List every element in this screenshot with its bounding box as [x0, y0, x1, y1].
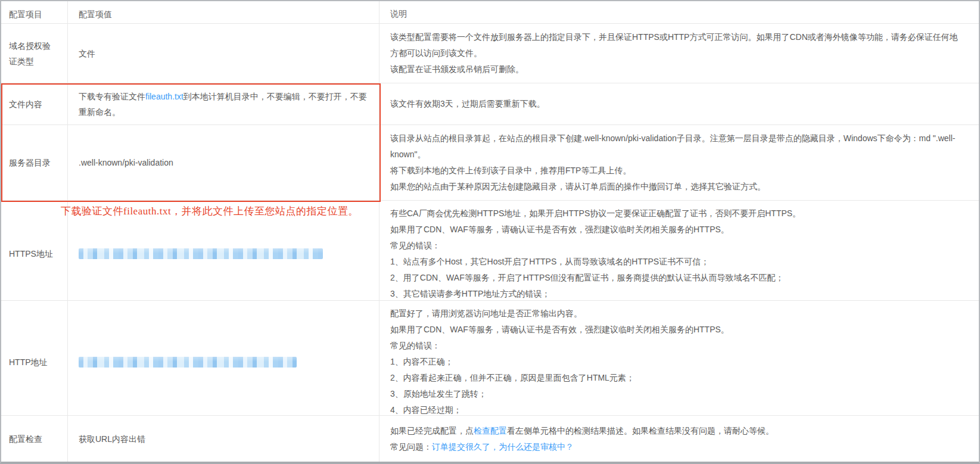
http-address-label: HTTP地址 [1, 301, 68, 423]
server-directory-value: .well-known/pki-validation [68, 125, 379, 200]
description-line: 如果您的站点由于某种原因无法创建隐藏目录，请从订单后面的操作中撤回订单，选择其它… [390, 179, 966, 195]
file-content-label: 文件内容 [1, 83, 68, 124]
desc-text-post: 看左侧单元格中的检测结果描述。如果检查结果没有问题，请耐心等候。 [507, 426, 774, 435]
table-row-file-content: 文件内容 下载专有验证文件fileauth.txt到本地计算机目录中，不要编辑，… [1, 83, 979, 125]
description-line: 该文件有效期3天，过期后需要重新下载。 [390, 96, 966, 112]
value-text-pre: 下载专有验证文件 [79, 92, 145, 101]
validation-config-table: 配置项目 配置项值 说明 域名授权验证类型 文件 该类型配置需要将一个文件放到服… [1, 1, 979, 462]
redacted-https-url[interactable] [79, 248, 323, 259]
description-line: 1、站点有多个Host，其它Host开启了HTTPS，从而导致该域名的HTTPS… [390, 254, 966, 270]
column-header-config-value: 配置项值 [68, 1, 379, 27]
table-row-config-check: 配置检查 获取URL内容出错 如果已经完成配置，点检查配置看左侧单元格中的检测结… [1, 416, 979, 462]
description-line: 2、用了CDN、WAF等服务，开启了HTTPS但没有配置证书，服务商提供的默认证… [390, 270, 966, 286]
description-line: 如果用了CDN、WAF等服务，请确认证书是否有效，强烈建议临时关闭相关服务的HT… [390, 222, 966, 238]
description-line: 常见的错误： [390, 338, 966, 354]
table-row-http-address: HTTP地址 配置好了，请用浏览器访问地址是否正常输出内容。 如果用了CDN、W… [1, 301, 979, 416]
auth-type-value: 文件 [68, 24, 379, 83]
config-check-description: 如果已经完成配置，点检查配置看左侧单元格中的检测结果描述。如果检查结果没有问题，… [379, 416, 979, 462]
validation-config-panel: 配置项目 配置项值 说明 域名授权验证类型 文件 该类型配置需要将一个文件放到服… [0, 0, 980, 464]
server-directory-description: 该目录从站点的根目录算起，在站点的根目录下创建.well-known/pki-v… [379, 125, 979, 200]
http-address-value [68, 301, 379, 423]
file-content-description: 该文件有效期3天，过期后需要重新下载。 [379, 83, 979, 124]
description-line: 常见的错误： [390, 238, 966, 254]
description-line: 如果用了CDN、WAF等服务，请确认证书是否有效，强烈建议临时关闭相关服务的HT… [390, 322, 966, 338]
fileauth-download-link[interactable]: fileauth.txt [145, 92, 183, 101]
description-line: 该目录从站点的根目录算起，在站点的根目录下创建.well-known/pki-v… [390, 130, 966, 163]
description-line: 1、内容不正确； [390, 354, 966, 370]
auth-type-description: 该类型配置需要将一个文件放到服务器上的指定目录下，并且保证HTTPS或HTTP方… [379, 24, 979, 83]
table-row-auth-type: 域名授权验证类型 文件 该类型配置需要将一个文件放到服务器上的指定目录下，并且保… [1, 24, 979, 83]
description-line: 有些CA厂商会优先检测HTTPS地址，如果开启HTTPS协议一定要保证正确配置了… [390, 205, 966, 222]
table-header-row: 配置项目 配置项值 说明 [1, 1, 979, 24]
description-line: 2、内容看起来正确，但并不正确，原因是里面包含了HTML元素； [390, 370, 966, 386]
config-check-label: 配置检查 [1, 416, 68, 462]
auth-type-label: 域名授权验证类型 [1, 24, 68, 83]
https-address-description: 有些CA厂商会优先检测HTTPS地址，如果开启HTTPS协议一定要保证正确配置了… [379, 201, 979, 307]
description-line: 3、原始地址发生了跳转； [390, 386, 966, 402]
column-header-description: 说明 [379, 1, 979, 27]
https-address-label: HTTPS地址 [1, 201, 68, 307]
column-header-config-item: 配置项目 [1, 1, 68, 27]
config-check-status: 获取URL内容出错 [68, 416, 379, 462]
description-line: 该配置在证书颁发或吊销后可删除。 [390, 61, 966, 77]
file-content-value: 下载专有验证文件fileauth.txt到本地计算机目录中，不要编辑，不要打开，… [68, 83, 379, 124]
description-line: 3、其它错误请参考HTTP地址方式的错误； [390, 286, 966, 302]
redacted-http-url[interactable] [79, 357, 297, 368]
table-row-server-directory: 服务器目录 .well-known/pki-validation 该目录从站点的… [1, 125, 979, 201]
annotation-text: 下载验证文件fileauth.txt，并将此文件上传至您站点的指定位置。 [61, 204, 359, 218]
description-line: 该类型配置需要将一个文件放到服务器上的指定目录下，并且保证HTTPS或HTTP方… [390, 29, 966, 61]
faq-label: 常见问题： [390, 442, 432, 451]
description-line: 常见问题：订单提交很久了，为什么还是审核中？ [390, 439, 966, 455]
faq-review-pending-link[interactable]: 订单提交很久了，为什么还是审核中？ [432, 442, 574, 451]
server-directory-label: 服务器目录 [1, 125, 68, 200]
file-content-value-text: 下载专有验证文件fileauth.txt到本地计算机目录中，不要编辑，不要打开，… [79, 89, 368, 120]
check-config-link[interactable]: 检查配置 [474, 426, 507, 435]
description-line: 如果已经完成配置，点检查配置看左侧单元格中的检测结果描述。如果检查结果没有问题，… [390, 423, 966, 439]
desc-text-pre: 如果已经完成配置，点 [390, 426, 474, 435]
http-address-description: 配置好了，请用浏览器访问地址是否正常输出内容。 如果用了CDN、WAF等服务，请… [379, 301, 979, 423]
description-line: 将下载到本地的文件上传到该子目录中，推荐用FTP等工具上传。 [390, 163, 966, 179]
description-line: 配置好了，请用浏览器访问地址是否正常输出内容。 [390, 306, 966, 322]
